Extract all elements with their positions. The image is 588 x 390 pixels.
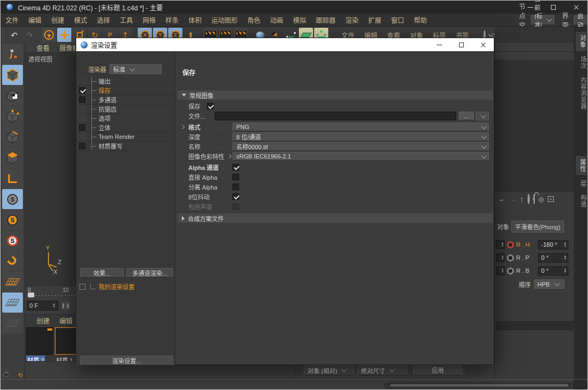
dither-checkbox[interactable] <box>232 193 239 200</box>
nav-item-material-override[interactable]: 材质覆写 <box>76 142 175 151</box>
menu-window[interactable]: 窗口 <box>386 15 409 25</box>
size-mode-select[interactable]: 绝对尺寸 <box>357 365 407 375</box>
expand-chevron-icon[interactable] <box>227 154 231 159</box>
renderer-select[interactable]: 标准 <box>109 64 162 74</box>
dialog-title-bar[interactable]: 渲染设置 <box>76 38 494 51</box>
redo-button[interactable]: ↷ <box>22 28 36 42</box>
workplane-button[interactable] <box>2 272 23 292</box>
nav-up-button[interactable]: ↑ <box>520 195 524 203</box>
make-editable-button[interactable] <box>2 44 23 64</box>
partial-field[interactable]: ▲▼ <box>496 266 505 275</box>
menu-volume[interactable]: 体积 <box>183 15 206 25</box>
menu-spline[interactable]: 样条 <box>161 15 183 25</box>
menu-select[interactable]: 选择 <box>92 15 115 25</box>
object-row[interactable] <box>495 52 574 60</box>
menu-animate[interactable]: 动画 <box>265 15 288 25</box>
straight-alpha-checkbox[interactable] <box>232 174 239 180</box>
material-menu-edit[interactable]: 编辑 <box>54 316 77 325</box>
scroll-left-icon[interactable]: ‹ <box>386 383 388 388</box>
nav-item-stereo[interactable]: 立体 <box>76 123 175 132</box>
section-compositing[interactable]: 合成方案文件 <box>177 214 493 223</box>
depth-select[interactable]: 8 位/通道 <box>232 132 489 141</box>
rotation-h-field[interactable]: -180 ° ▲▼ <box>538 240 568 249</box>
material-thumb-2[interactable] <box>26 327 53 355</box>
multipass-checkbox[interactable] <box>79 96 85 103</box>
color-profile-select[interactable]: sRGB IEC61966-2.1 <box>232 152 489 161</box>
material-menu-create[interactable]: 创建 <box>32 316 54 325</box>
attribute-field-bar[interactable] <box>496 321 573 330</box>
snap-auto-button[interactable]: S <box>2 230 23 251</box>
edge-mode-button[interactable] <box>2 127 23 147</box>
name-format-select[interactable]: 名称0000.tif <box>232 142 489 151</box>
tab-phong[interactable]: 平滑着色(Phong) <box>511 221 564 233</box>
lock-workplane-button[interactable] <box>2 292 23 313</box>
snap-workplane-button[interactable]: ⟲ <box>2 313 23 333</box>
dialog-maximize-button[interactable] <box>450 38 472 51</box>
point-mode-button[interactable] <box>2 106 23 126</box>
nav-item-options[interactable]: 选项 <box>76 114 175 123</box>
partial-field[interactable]: ▲▼ <box>496 253 505 262</box>
file-path-input[interactable] <box>215 112 456 120</box>
render-settings-button[interactable]: 渲染设置... <box>80 356 173 365</box>
snap-enable-button[interactable]: S <box>2 189 23 209</box>
live-selection-button[interactable] <box>42 28 56 42</box>
frame-stepper[interactable]: ▲▼ <box>52 303 56 308</box>
keyframe-radio-b[interactable] <box>507 267 514 275</box>
browse-button[interactable]: ... <box>459 112 474 120</box>
snap-modes-button[interactable]: S <box>2 210 23 230</box>
partial-field[interactable]: ▲▼ <box>496 240 505 249</box>
vtab-structure[interactable]: 构造 <box>575 191 587 211</box>
menu-file[interactable]: 文件 <box>1 15 23 25</box>
target-button[interactable]: ◎ <box>538 196 544 203</box>
menu-tools[interactable]: 工具 <box>115 15 138 25</box>
menu-character[interactable]: 角色 <box>242 15 265 25</box>
scroll-right-icon[interactable]: › <box>571 383 572 388</box>
toolbar-drag-handle[interactable] <box>2 28 5 42</box>
field-stepper[interactable]: ▲▼ <box>564 255 567 260</box>
vtab-layers[interactable]: 层 <box>575 177 587 190</box>
playhead-knob[interactable] <box>28 292 34 297</box>
order-select[interactable]: HPB <box>534 279 565 289</box>
alpha-checkbox[interactable] <box>232 164 239 170</box>
record-button[interactable]: ❚❚ <box>62 301 70 310</box>
nav-item-multipass[interactable]: 多通道 <box>76 95 175 105</box>
object-manager-list[interactable] <box>494 43 574 191</box>
file-dropdown-button[interactable] <box>476 112 489 120</box>
undo-button[interactable]: ↶ <box>7 28 21 42</box>
rotation-p-field[interactable]: 0 ° ▲▼ <box>538 253 568 263</box>
nav-item-team-render[interactable]: Team Render <box>76 132 175 142</box>
menu-tracker[interactable]: 跟踪器 <box>311 15 340 25</box>
dialog-close-button[interactable] <box>472 38 494 51</box>
multipass-render-button[interactable]: 多通道渲染... <box>126 268 173 278</box>
tab-object[interactable]: 对象 <box>497 222 509 231</box>
field-stepper[interactable]: ▲▼ <box>564 242 567 247</box>
vtab-attributes[interactable]: 属性 <box>575 155 587 176</box>
node-space-select[interactable]: 当前 (标准/物理) <box>531 15 555 25</box>
maximize-button[interactable] <box>542 1 565 14</box>
save-checkbox[interactable] <box>207 103 213 109</box>
rotation-b-field[interactable]: 0 ° ▲▼ <box>538 266 568 276</box>
menu-mode[interactable]: 模式 <box>69 15 92 25</box>
nav-item-save[interactable]: 保存 <box>76 86 175 95</box>
menu-create[interactable]: 创建 <box>46 15 69 25</box>
nav-item-output[interactable]: 输出 <box>76 77 175 86</box>
menu-mesh[interactable]: 网格 <box>138 15 161 25</box>
menu-mograph[interactable]: 运动图形 <box>206 15 242 25</box>
scrollbar-thumb[interactable] <box>390 384 568 387</box>
nav-forward-button[interactable]: → <box>509 195 516 203</box>
nav-item-antialiasing[interactable]: 抗锯齿 <box>76 105 175 114</box>
menu-render[interactable]: 渲染 <box>340 15 363 25</box>
menu-help[interactable]: 帮助 <box>409 15 432 25</box>
magnet-snap-button[interactable] <box>2 251 23 271</box>
horizontal-scrollbar[interactable]: ‹ › <box>384 382 574 388</box>
save-enabled-checkbox[interactable] <box>79 87 85 94</box>
search-button[interactable] <box>528 195 530 203</box>
keyframe-radio-h[interactable] <box>507 241 514 248</box>
effects-button[interactable]: 效果... <box>80 268 124 278</box>
model-mode-button[interactable] <box>2 65 23 85</box>
nav-back-button[interactable]: ← <box>498 195 505 203</box>
polygon-mode-button[interactable] <box>2 148 23 168</box>
menu-simulate[interactable]: 模拟 <box>288 15 311 25</box>
menu-edit[interactable]: 编辑 <box>23 15 46 25</box>
current-frame-field[interactable]: 0 F ▲▼ <box>27 301 58 310</box>
